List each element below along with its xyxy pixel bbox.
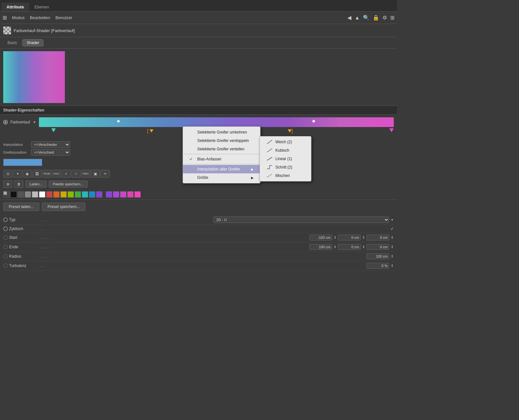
submenu-item-schritt[interactable]: Schritt (2) [260,163,311,171]
ende-z-stepper[interactable]: ⬍ [391,245,394,249]
prop-radio-typ[interactable] [3,217,8,222]
palette-speichern-button[interactable]: Palette speichern... [49,181,88,188]
start-z-stepper[interactable]: ⬍ [391,235,394,240]
swatch-gray[interactable] [25,191,31,198]
prop-ende-x[interactable] [309,244,332,250]
swatch-violet4[interactable] [127,191,134,198]
prop-turbulenz-x[interactable] [367,263,389,269]
prop-select-typ[interactable]: 2D - U [213,216,389,223]
swatch-yellow[interactable] [60,191,67,198]
submenu-label-linear: Linear (1) [275,157,292,161]
preview-area [0,49,397,106]
swatch-violet1[interactable] [106,191,112,198]
greiferposition-select[interactable]: <<Verschied [31,149,70,156]
stop-handle-orange-2[interactable]: ] [288,128,293,134]
icon-btn-crop[interactable]: ⊡ [3,170,12,178]
swatch-green[interactable] [75,191,81,198]
ende-y-stepper[interactable]: ⬍ [362,245,365,249]
back-icon[interactable]: ◀ [347,15,351,21]
icon-btn-hex[interactable]: HEX [81,170,90,178]
menu-benutzer[interactable]: Benutzer [55,15,72,20]
prop-radius-x[interactable] [367,253,389,259]
submenu-item-mischen[interactable]: Mischen [260,171,311,180]
prop-radio-zyklisch[interactable] [3,227,8,231]
icon-btn-checker[interactable]: ▣ [91,170,100,178]
swatch-checker[interactable] [3,191,10,198]
search-icon[interactable]: 🔍 [363,15,369,21]
cursor-icon[interactable]: ▲ [355,15,360,21]
menu-item-groesse[interactable]: Größe ▶ [183,173,260,182]
submenu-item-kubisch[interactable]: Kubisch [260,146,311,155]
preset-laden-button[interactable]: Preset laden... [3,203,39,211]
menu-modus[interactable]: Modus [12,15,25,20]
prop-radio-radius[interactable] [3,254,8,259]
swatch-lime[interactable] [67,191,74,198]
radius-stepper[interactable]: ⬍ [391,254,394,259]
prop-dots-typ: ........ [40,218,212,222]
tab-basis[interactable]: Basis [3,39,21,46]
menu-item-verteilen[interactable]: Selektierte Greifer verteilen [183,145,260,153]
selected-color-swatch[interactable] [3,159,42,166]
prop-ende-y[interactable] [338,244,361,250]
gradient-strip[interactable] [39,117,394,127]
prop-label-turbulenz: Turbulenz [9,263,38,268]
dropdown-arrow[interactable]: ▼ [33,120,36,124]
icon-btn-gradient[interactable]: ◉ [23,170,32,178]
stop-handle-orange-1[interactable]: [ [147,128,153,134]
tab-ebenen[interactable]: Ebenen [29,3,54,11]
icon-btn-eyedrop[interactable]: ✏ [101,170,110,178]
icon-btn-image[interactable]: 🖼 [32,170,42,178]
swatch-blue[interactable] [89,191,95,198]
lock-icon[interactable]: 🔒 [373,15,379,21]
icon-btn-k[interactable]: K [62,170,71,178]
context-menu: Selektierte Greifer umkehren Selektierte… [183,126,260,183]
palette-delete-icon[interactable]: 🗑 [14,180,23,188]
prop-start-x[interactable] [309,235,332,240]
menu-item-umkehren[interactable]: Selektierte Greifer umkehren [183,128,260,136]
menu-item-verdoppeln[interactable]: Selektierte Greifer verdoppeln [183,136,260,145]
submenu-item-linear[interactable]: Linear (1) [260,155,311,163]
prop-radio-start[interactable] [3,235,8,240]
swatch-violet3[interactable] [120,191,127,198]
menu-item-interpolation[interactable]: Interpolation aller Greifer ▶ [183,165,260,173]
prop-ende-z[interactable] [367,244,389,250]
start-x-stepper[interactable]: ⬍ [333,235,337,240]
stop-handle-magenta[interactable] [389,128,394,132]
swatch-violet2[interactable] [113,191,119,198]
stop-handle-teal[interactable] [51,128,56,132]
prop-radio-ende[interactable] [3,245,8,249]
icon-btn-hsv[interactable]: HSV [52,170,61,178]
icon-btn-hex2[interactable]: ⬡ [71,170,80,178]
add-icon[interactable]: ⊞ [390,15,394,21]
laden-button[interactable]: Laden... [25,181,47,188]
palette-add-icon[interactable]: ⊞ [3,180,12,188]
menu-label-bias: Bias-Anfasser [197,157,222,161]
tab-attribute[interactable]: Attribute [1,3,29,11]
icon-btn-star[interactable]: ✦ [13,170,22,178]
settings-icon[interactable]: ⚙ [382,15,387,21]
start-y-stepper[interactable]: ⬍ [362,235,365,240]
swatch-white[interactable] [39,191,45,198]
ende-x-stepper[interactable]: ⬍ [333,245,337,249]
swatch-pink[interactable] [134,191,141,198]
swatch-orange[interactable] [53,191,60,198]
swatch-purple[interactable] [96,191,103,198]
prop-radio-turbulenz[interactable] [3,263,8,268]
submenu-item-weich[interactable]: Weich (2) [260,138,311,146]
turbulenz-stepper[interactable]: ⬍ [391,263,394,268]
swatch-lgray[interactable] [32,191,38,198]
curve-icon-weich [266,140,273,144]
prop-start-z[interactable] [367,235,389,240]
swatch-teal[interactable] [82,191,88,198]
swatch-black[interactable] [10,191,17,198]
swatch-red[interactable] [46,191,53,198]
preset-speichern-button[interactable]: Preset speichern... [42,203,85,211]
swatch-dgray[interactable] [18,191,24,198]
icon-btn-rgb[interactable]: RGB [42,170,51,178]
interpolation-select[interactable]: <<Verschieder [31,141,70,148]
gradient-radio[interactable] [3,120,8,124]
prop-start-y[interactable] [338,235,361,240]
menu-item-bias[interactable]: ✓ Bias-Anfasser [183,155,260,163]
tab-shader[interactable]: Shader [22,39,43,46]
menu-bearbeiten[interactable]: Bearbeiten [30,15,50,20]
